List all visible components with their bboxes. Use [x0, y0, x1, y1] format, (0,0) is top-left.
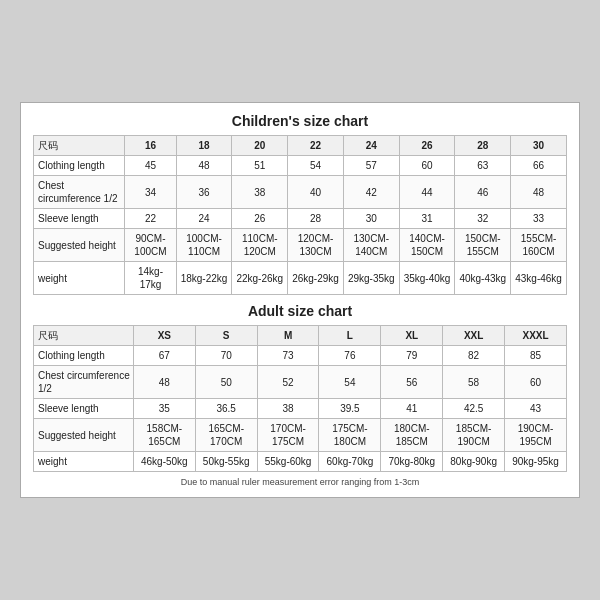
adult-col-header-3: M: [257, 326, 319, 346]
adult-cell-3-0: 158CM-165CM: [133, 419, 195, 452]
children-cell-4-3: 26kg-29kg: [288, 262, 344, 295]
children-col-header-2: 18: [176, 136, 232, 156]
children-cell-4-4: 29kg-35kg: [343, 262, 399, 295]
children-cell-4-7: 43kg-46kg: [511, 262, 567, 295]
adult-cell-2-5: 42.5: [443, 399, 505, 419]
adult-cell-3-3: 175CM-180CM: [319, 419, 381, 452]
adult-row-label-4: weight: [34, 452, 134, 472]
children-col-header-7: 28: [455, 136, 511, 156]
adult-cell-3-2: 170CM-175CM: [257, 419, 319, 452]
children-cell-1-1: 36: [176, 176, 232, 209]
footer-note: Due to manual ruler measurement error ra…: [33, 477, 567, 487]
adult-cell-3-4: 180CM-185CM: [381, 419, 443, 452]
children-table-row: Sleeve length2224262830313233: [34, 209, 567, 229]
children-row-label-4: weight: [34, 262, 125, 295]
children-cell-2-3: 28: [288, 209, 344, 229]
adult-cell-3-5: 185CM-190CM: [443, 419, 505, 452]
adult-col-header-7: XXXL: [505, 326, 567, 346]
adult-cell-2-0: 35: [133, 399, 195, 419]
children-cell-3-5: 140CM-150CM: [399, 229, 455, 262]
adult-table-row: Sleeve length3536.53839.54142.543: [34, 399, 567, 419]
children-cell-2-5: 31: [399, 209, 455, 229]
adult-cell-2-1: 36.5: [195, 399, 257, 419]
size-chart-container: Children's size chart 尺码1618202224262830…: [20, 102, 580, 498]
adult-cell-4-5: 80kg-90kg: [443, 452, 505, 472]
children-cell-1-5: 44: [399, 176, 455, 209]
adult-cell-1-2: 52: [257, 366, 319, 399]
adult-cell-4-1: 50kg-55kg: [195, 452, 257, 472]
children-table-row: Chest circumference 1/23436384042444648: [34, 176, 567, 209]
children-cell-2-6: 32: [455, 209, 511, 229]
children-row-label-3: Suggested height: [34, 229, 125, 262]
children-header-row: 尺码1618202224262830: [34, 136, 567, 156]
children-cell-2-7: 33: [511, 209, 567, 229]
adult-row-label-0: Clothing length: [34, 346, 134, 366]
adult-table-row: Suggested height158CM-165CM165CM-170CM17…: [34, 419, 567, 452]
adult-row-label-1: Chest circumference 1/2: [34, 366, 134, 399]
children-cell-0-7: 66: [511, 156, 567, 176]
children-cell-1-3: 40: [288, 176, 344, 209]
children-chart-title: Children's size chart: [33, 113, 567, 129]
adult-table-row: Clothing length67707376798285: [34, 346, 567, 366]
adult-cell-0-6: 85: [505, 346, 567, 366]
adult-cell-1-6: 60: [505, 366, 567, 399]
adult-cell-0-4: 79: [381, 346, 443, 366]
adult-header-row: 尺码XSSMLXLXXLXXXL: [34, 326, 567, 346]
adult-cell-4-4: 70kg-80kg: [381, 452, 443, 472]
children-cell-0-4: 57: [343, 156, 399, 176]
children-row-label-0: Clothing length: [34, 156, 125, 176]
children-cell-0-1: 48: [176, 156, 232, 176]
adult-row-label-3: Suggested height: [34, 419, 134, 452]
children-col-header-8: 30: [511, 136, 567, 156]
children-col-header-6: 26: [399, 136, 455, 156]
children-cell-3-4: 130CM-140CM: [343, 229, 399, 262]
adult-cell-2-3: 39.5: [319, 399, 381, 419]
children-cell-0-0: 45: [125, 156, 176, 176]
adult-row-label-2: Sleeve length: [34, 399, 134, 419]
adult-chart-title: Adult size chart: [33, 303, 567, 319]
adult-cell-2-4: 41: [381, 399, 443, 419]
adult-cell-4-6: 90kg-95kg: [505, 452, 567, 472]
adult-cell-4-2: 55kg-60kg: [257, 452, 319, 472]
adult-cell-2-2: 38: [257, 399, 319, 419]
adult-col-header-4: L: [319, 326, 381, 346]
adult-cell-3-1: 165CM-170CM: [195, 419, 257, 452]
adult-size-table: 尺码XSSMLXLXXLXXXL Clothing length67707376…: [33, 325, 567, 472]
adult-cell-1-5: 58: [443, 366, 505, 399]
children-cell-3-2: 110CM-120CM: [232, 229, 288, 262]
children-cell-2-0: 22: [125, 209, 176, 229]
children-table-row: weight14kg-17kg18kg-22kg22kg-26kg26kg-29…: [34, 262, 567, 295]
adult-cell-1-4: 56: [381, 366, 443, 399]
adult-cell-0-2: 73: [257, 346, 319, 366]
children-col-header-5: 24: [343, 136, 399, 156]
children-cell-1-4: 42: [343, 176, 399, 209]
adult-cell-4-3: 60kg-70kg: [319, 452, 381, 472]
children-table-row: Clothing length4548515457606366: [34, 156, 567, 176]
children-cell-1-2: 38: [232, 176, 288, 209]
adult-col-header-2: S: [195, 326, 257, 346]
children-cell-1-0: 34: [125, 176, 176, 209]
children-cell-3-1: 100CM-110CM: [176, 229, 232, 262]
children-row-label-2: Sleeve length: [34, 209, 125, 229]
children-cell-0-6: 63: [455, 156, 511, 176]
children-cell-3-6: 150CM-155CM: [455, 229, 511, 262]
children-cell-2-1: 24: [176, 209, 232, 229]
adult-cell-2-6: 43: [505, 399, 567, 419]
adult-col-header-0: 尺码: [34, 326, 134, 346]
children-cell-3-0: 90CM-100CM: [125, 229, 176, 262]
children-cell-1-7: 48: [511, 176, 567, 209]
children-cell-4-1: 18kg-22kg: [176, 262, 232, 295]
children-cell-2-2: 26: [232, 209, 288, 229]
adult-table-body: Clothing length67707376798285Chest circu…: [34, 346, 567, 472]
children-cell-3-3: 120CM-130CM: [288, 229, 344, 262]
children-table-body: Clothing length4548515457606366Chest cir…: [34, 156, 567, 295]
adult-cell-1-3: 54: [319, 366, 381, 399]
children-cell-1-6: 46: [455, 176, 511, 209]
children-col-header-3: 20: [232, 136, 288, 156]
children-col-header-0: 尺码: [34, 136, 125, 156]
adult-cell-0-3: 76: [319, 346, 381, 366]
adult-col-header-1: XS: [133, 326, 195, 346]
children-cell-0-5: 60: [399, 156, 455, 176]
children-size-table: 尺码1618202224262830 Clothing length454851…: [33, 135, 567, 295]
adult-cell-1-0: 48: [133, 366, 195, 399]
